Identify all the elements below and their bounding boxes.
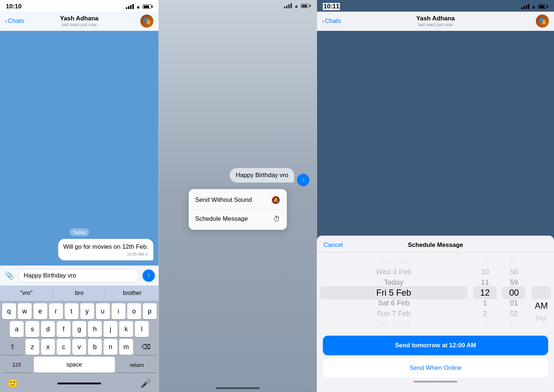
key-k[interactable]: k [119, 321, 133, 337]
cancel-button[interactable]: Cancel [324, 241, 343, 249]
send-button-2[interactable]: ↑ [297, 174, 309, 186]
key-t[interactable]: t [65, 303, 79, 319]
attach-button[interactable]: 📎 [4, 270, 15, 281]
key-y[interactable]: y [80, 303, 94, 319]
key-e[interactable]: e [33, 303, 47, 319]
panel-1: 10:10 ▲ ‹ Chats Yash Adhana last [0, 0, 158, 392]
picker-min-5[interactable]: 02 [499, 308, 529, 319]
message-input-1[interactable]: Happy Birthday vro [18, 269, 140, 283]
autocomplete-item-2[interactable]: brother [106, 288, 158, 298]
avatar-1[interactable]: 🎭 [140, 15, 153, 28]
key-p[interactable]: p [143, 303, 157, 319]
picker-hour-6[interactable]: 3 [470, 319, 499, 329]
picker-min-4[interactable]: 01 [499, 298, 529, 308]
key-return[interactable]: return [117, 357, 157, 373]
key-r[interactable]: r [49, 303, 63, 319]
back-label-1[interactable]: Chats [8, 17, 24, 25]
key-c[interactable]: c [57, 339, 71, 355]
picker-ampm-column[interactable]: AM PM [529, 256, 554, 329]
picker-minute-column[interactable]: 57 58 59 00 01 02 03 [499, 256, 529, 329]
context-item-send-without-sound[interactable]: Send Without Sound 🔕 [189, 191, 287, 210]
key-i[interactable]: i [112, 303, 125, 319]
key-shift[interactable]: ⇧ [1, 339, 24, 355]
key-123[interactable]: 123 [1, 357, 32, 373]
avatar-3[interactable]: 🎭 [536, 15, 549, 28]
last-seen-3: last seen just now [416, 22, 455, 27]
context-item-schedule-message[interactable]: Schedule Message ⏱ [189, 210, 287, 228]
back-button-1[interactable]: ‹ Chats [5, 17, 24, 25]
key-space[interactable]: space [34, 357, 115, 373]
key-w[interactable]: w [18, 303, 32, 319]
key-o[interactable]: o [127, 303, 141, 319]
picker-min-2[interactable]: 59 [499, 277, 529, 288]
picker-date-column[interactable]: Tue 2 Feb Wed 3 Feb Today Fri 5 Feb Sat … [317, 256, 470, 329]
key-l[interactable]: l [135, 321, 149, 337]
key-x[interactable]: x [41, 339, 55, 355]
no-sound-icon: 🔕 [271, 196, 280, 204]
picker-date-6[interactable]: Mon 8 Feb [317, 319, 470, 329]
key-delete[interactable]: ⌫ [135, 339, 157, 355]
message-text-1: Will go for movies on 12th Feb. [63, 243, 148, 251]
message-time-1: 10:05 AM ✓ [63, 252, 148, 257]
key-g[interactable]: g [72, 321, 86, 337]
picker-min-0[interactable]: 57 [499, 256, 529, 267]
picker-hour-2[interactable]: 11 [470, 277, 499, 288]
key-m[interactable]: m [119, 339, 133, 355]
back-label-3[interactable]: Chats [325, 17, 341, 25]
battery-tip [152, 5, 153, 8]
date-time-picker[interactable]: Tue 2 Feb Wed 3 Feb Today Fri 5 Feb Sat … [317, 253, 554, 333]
emoji-icon[interactable]: 🙂 [7, 378, 18, 388]
picker-date-5[interactable]: Sun 7 Feb [317, 308, 470, 319]
key-z[interactable]: z [25, 339, 39, 355]
picker-hour-5[interactable]: 2 [470, 308, 499, 319]
picker-hour-3[interactable]: 12 [470, 288, 499, 298]
key-u[interactable]: u [96, 303, 110, 319]
picker-min-6[interactable]: 03 [499, 319, 529, 329]
autocomplete-item-0[interactable]: "vro" [0, 288, 53, 298]
key-a[interactable]: a [10, 321, 24, 337]
back-button-3[interactable]: ‹ Chats [322, 17, 341, 25]
context-label-1: Schedule Message [195, 215, 248, 223]
picker-fade-top-ampm [529, 256, 554, 282]
status-icons-2: ▲ [284, 3, 311, 9]
picker-min-1[interactable]: 58 [499, 267, 529, 277]
status-bar-1: 10:10 ▲ [0, 0, 158, 12]
battery-icon [142, 4, 153, 9]
keyboard: q w e r t y u i o p a s d f g h j k l ⇧ … [0, 301, 158, 376]
autocomplete-item-1[interactable]: bro [53, 288, 106, 298]
picker-hour-1[interactable]: 10 [470, 267, 499, 277]
picker-date-1[interactable]: Wed 3 Feb [317, 267, 470, 277]
message-bubble-2: Happy Birthday vro [230, 168, 294, 183]
mic-icon[interactable]: 🎤 [140, 378, 151, 388]
wifi-icon: ▲ [136, 4, 141, 9]
send-when-online-button[interactable]: Send When Online [323, 358, 548, 378]
key-n[interactable]: n [104, 339, 117, 355]
schedule-sheet: Cancel Schedule Message Tue 2 Feb Wed 3 … [317, 236, 554, 392]
key-s[interactable]: s [25, 321, 39, 337]
send-tomorrow-button[interactable]: Send tomorrow at 12:00 AM [323, 336, 548, 355]
status-icons-1: ▲ [126, 4, 153, 9]
input-bar-1: 📎 Happy Birthday vro ↑ [0, 265, 158, 285]
picker-ampm-pm[interactable]: PM [529, 312, 554, 325]
key-d[interactable]: d [41, 321, 55, 337]
key-j[interactable]: j [104, 321, 117, 337]
key-f[interactable]: f [57, 321, 71, 337]
picker-hour-column[interactable]: 9 10 11 12 1 2 3 [470, 256, 499, 329]
send-button-1[interactable]: ↑ [142, 269, 155, 282]
picker-hour-0[interactable]: 9 [470, 256, 499, 267]
signal-icon-3 [521, 4, 529, 9]
picker-date-2[interactable]: Today [317, 277, 470, 288]
key-h[interactable]: h [88, 321, 102, 337]
picker-min-3[interactable]: 00 [499, 288, 529, 298]
picker-ampm-am[interactable]: AM [529, 299, 554, 312]
key-b[interactable]: b [88, 339, 102, 355]
picker-date-0[interactable]: Tue 2 Feb [317, 256, 470, 267]
picker-date-3[interactable]: Fri 5 Feb [317, 288, 470, 298]
key-v[interactable]: v [72, 339, 86, 355]
key-q[interactable]: q [2, 303, 16, 319]
picker-hour-4[interactable]: 1 [470, 298, 499, 308]
signal-icon-2 [284, 3, 292, 8]
picker-date-4[interactable]: Sat 6 Feb [317, 298, 470, 308]
context-menu: Send Without Sound 🔕 Schedule Message ⏱ [189, 189, 287, 230]
autocomplete-label-1: bro [75, 290, 83, 296]
